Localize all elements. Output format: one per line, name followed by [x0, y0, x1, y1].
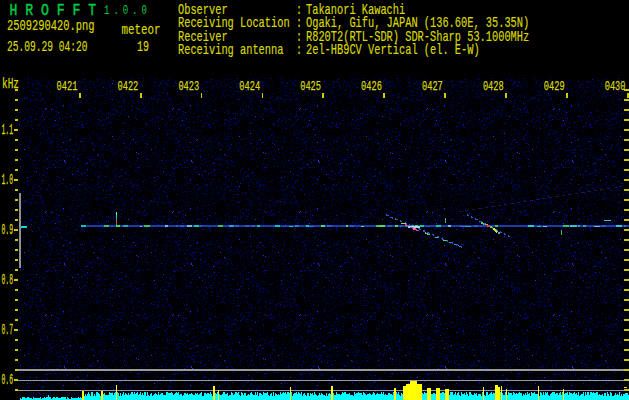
svg-text:meteor: meteor [122, 22, 161, 39]
svg-text:0.8: 0.8 [2, 272, 14, 288]
svg-text:0.6: 0.6 [2, 372, 14, 388]
svg-text::: : [296, 42, 302, 59]
svg-text:0428: 0428 [483, 80, 504, 94]
svg-text:0421: 0421 [57, 80, 78, 94]
svg-text:0422: 0422 [118, 80, 139, 94]
svg-text:0425: 0425 [300, 80, 321, 94]
svg-text:1.1: 1.1 [2, 122, 14, 138]
svg-text:0.9: 0.9 [2, 222, 14, 238]
svg-text:0429: 0429 [544, 80, 565, 94]
svg-text:0426: 0426 [361, 80, 382, 94]
svg-text:0427: 0427 [422, 80, 443, 94]
svg-text:1.0.0: 1.0.0 [104, 3, 151, 17]
svg-text:0423: 0423 [178, 80, 199, 94]
svg-text:1.0: 1.0 [2, 172, 14, 188]
svg-text:0430: 0430 [605, 80, 626, 94]
svg-text:Receiving antenna: Receiving antenna [178, 42, 283, 59]
svg-text:19: 19 [137, 39, 149, 56]
svg-text:25.09.29 04:20: 25.09.29 04:20 [7, 39, 88, 56]
svg-text:2el-HB9CV Vertical (el. E-W): 2el-HB9CV Vertical (el. E-W) [306, 42, 480, 59]
svg-text:0424: 0424 [239, 80, 260, 94]
svg-text:kHz: kHz [2, 76, 19, 92]
svg-text:0.7: 0.7 [2, 322, 14, 338]
svg-text:2509290420.png: 2509290420.png [7, 18, 95, 35]
